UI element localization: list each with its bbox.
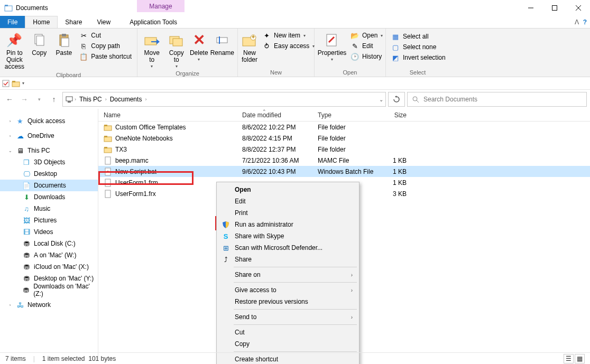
cut-button[interactable]: ✂Cut	[77, 31, 134, 40]
address-dropdown[interactable]: ⌄	[379, 97, 383, 102]
copy-button[interactable]: Copy	[28, 30, 51, 57]
qat-check-icon[interactable]	[2, 80, 10, 87]
file-row[interactable]: New Script.bat9/6/2022 10:43 PMWindows B…	[98, 166, 590, 177]
nav-onedrive[interactable]: ›☁OneDrive	[0, 130, 98, 142]
tab-share[interactable]: Share	[58, 16, 89, 28]
navigation-pane[interactable]: ›★Quick access ›☁OneDrive ⌄🖥This PC ❒3D …	[0, 109, 98, 361]
file-icon	[104, 156, 112, 165]
column-type[interactable]: Type	[312, 111, 376, 119]
close-button[interactable]	[566, 0, 590, 16]
nav-a-mac[interactable]: ⛃A on 'Mac' (W:)	[0, 249, 98, 261]
new-item-button[interactable]: ✦New item ▾	[260, 31, 317, 40]
file-type: File folder	[312, 124, 376, 131]
cube-icon: ❒	[22, 158, 31, 166]
file-icon	[104, 179, 112, 187]
nav-this-pc[interactable]: ⌄🖥This PC	[0, 145, 98, 156]
tab-application-tools[interactable]: Application Tools	[122, 16, 185, 28]
ribbon-collapse-icon[interactable]: ᐱ	[575, 18, 579, 26]
copy-to-button[interactable]: Copy to ▾	[165, 30, 187, 69]
nav-videos[interactable]: 🎞Videos	[0, 226, 98, 238]
new-folder-button[interactable]: ✦ New folder	[241, 30, 258, 63]
minimize-button[interactable]	[519, 0, 542, 16]
copy-path-button[interactable]: ⎘Copy path	[77, 41, 134, 51]
ctx-share-on[interactable]: Share on›	[218, 269, 358, 281]
select-none-button[interactable]: ▢Select none	[389, 42, 448, 52]
ctx-give-access[interactable]: Give access to›	[218, 284, 358, 296]
nav-pictures[interactable]: 🖼Pictures	[0, 214, 98, 226]
ctx-scan-defender[interactable]: ⊞Scan with Microsoft Defender...	[218, 242, 358, 254]
svg-rect-27	[104, 126, 112, 130]
file-row[interactable]: Custom Office Templates8/6/2022 10:22 PM…	[98, 122, 590, 133]
svg-rect-37	[105, 190, 110, 198]
file-row[interactable]: OneNote Notebooks8/8/2022 4:15 PMFile fo…	[98, 133, 590, 144]
rename-icon	[214, 32, 231, 49]
ctx-run-as-admin[interactable]: Run as administrator	[218, 219, 358, 230]
search-box[interactable]: Search Documents	[407, 92, 587, 107]
ctx-edit[interactable]: Edit	[218, 195, 358, 207]
nav-music[interactable]: ♫Music	[0, 203, 98, 214]
status-bar: 7 items | 1 item selected 101 bytes ☰ ▦	[0, 352, 590, 364]
ctx-cut[interactable]: Cut	[218, 326, 358, 338]
ctx-copy[interactable]: Copy	[218, 338, 358, 350]
file-row[interactable]: beep.mamc7/21/2022 10:36 AMMAMC File1 KB	[98, 155, 590, 166]
nav-network[interactable]: ›🖧Network	[0, 299, 98, 311]
ctx-print[interactable]: Print	[218, 207, 358, 219]
scissors-icon: ✂	[79, 31, 88, 40]
tab-home[interactable]: Home	[25, 16, 58, 28]
file-row[interactable]: TX38/8/2022 12:37 PMFile folder	[98, 144, 590, 155]
column-date[interactable]: Date modified	[237, 111, 312, 119]
nav-quick-access[interactable]: ›★Quick access	[0, 115, 98, 127]
nav-documents[interactable]: 📄Documents	[0, 180, 98, 191]
invert-selection-button[interactable]: ◩Invert selection	[389, 53, 448, 62]
open-button[interactable]: 📂Open ▾	[348, 31, 385, 40]
address-bar[interactable]: › This PC › Documents › ⌄	[62, 92, 386, 107]
delete-button[interactable]: ✕ Delete ▾	[190, 30, 208, 62]
paste-button[interactable]: Paste	[53, 30, 76, 57]
file-icon	[104, 190, 112, 198]
move-to-button[interactable]: Move to ▾	[141, 30, 163, 69]
history-button[interactable]: 🕑History	[348, 52, 385, 61]
column-size[interactable]: Size	[376, 111, 413, 119]
contextual-tab-manage[interactable]: Manage	[137, 0, 185, 12]
sort-indicator-icon: ⌃	[262, 109, 266, 114]
rename-button[interactable]: Rename	[210, 30, 234, 57]
help-icon[interactable]: ?	[583, 18, 587, 26]
column-name[interactable]: Name	[98, 111, 237, 119]
edit-icon: ✎	[351, 42, 359, 50]
recent-locations-button[interactable]: ▾	[33, 93, 45, 106]
nav-local-disk-c[interactable]: ⛃Local Disk (C:)	[0, 238, 98, 249]
nav-downloads-mac[interactable]: ⛃Downloads on 'Mac' (Z:)	[0, 284, 98, 296]
svg-rect-36	[105, 179, 110, 186]
back-button[interactable]: ←	[3, 93, 16, 106]
nav-downloads[interactable]: ⬇Downloads	[0, 191, 98, 203]
nav-3d-objects[interactable]: ❒3D Objects	[0, 156, 98, 168]
forward-button[interactable]: →	[18, 93, 31, 106]
tab-file[interactable]: File	[0, 16, 25, 28]
view-large-icons-icon[interactable]: ▦	[575, 354, 585, 363]
maximize-button[interactable]	[542, 0, 566, 16]
ctx-send-to[interactable]: Send to›	[218, 311, 358, 323]
delete-icon: ✕	[190, 32, 207, 49]
up-button[interactable]: ↑	[48, 93, 60, 106]
nav-desktop[interactable]: 🖵Desktop	[0, 168, 98, 180]
ctx-restore-versions[interactable]: Restore previous versions	[218, 296, 358, 307]
nav-icloud-mac[interactable]: ⛃iCloud on 'Mac' (X:)	[0, 261, 98, 273]
crumb-this-pc[interactable]: This PC	[77, 96, 104, 103]
view-details-icon[interactable]: ☰	[564, 354, 574, 363]
tab-view[interactable]: View	[89, 16, 118, 28]
qat-folder-icon[interactable]	[12, 80, 20, 87]
easy-access-button[interactable]: ⥁Easy access ▾	[260, 41, 317, 51]
refresh-button[interactable]	[388, 92, 405, 107]
crumb-documents[interactable]: Documents	[108, 96, 144, 103]
title-bar: Documents Manage	[0, 0, 590, 16]
properties-button[interactable]: Properties ▾	[318, 30, 346, 62]
svg-rect-1	[5, 5, 8, 6]
select-all-button[interactable]: ▦Select all	[389, 32, 448, 41]
qat-dropdown[interactable]: ▾	[22, 81, 24, 86]
paste-shortcut-button[interactable]: 📋Paste shortcut	[77, 52, 134, 61]
ctx-share-skype[interactable]: SShare with Skype	[218, 230, 358, 242]
pin-quick-access-button[interactable]: 📌 Pin to Quick access	[3, 30, 26, 71]
edit-button[interactable]: ✎Edit	[348, 41, 385, 51]
ctx-open[interactable]: Open	[218, 184, 358, 195]
ctx-share[interactable]: ⤴Share	[218, 254, 358, 265]
